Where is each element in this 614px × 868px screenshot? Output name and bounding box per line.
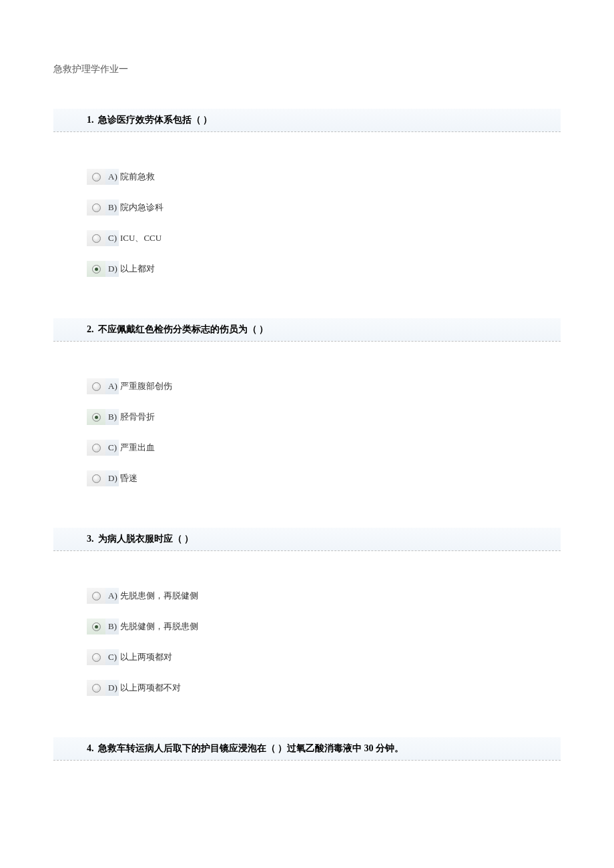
option-text: 以上两项都对 bbox=[119, 651, 172, 663]
option-row[interactable]: B)胫骨骨折 bbox=[87, 409, 561, 425]
radio-circle-icon bbox=[92, 413, 101, 422]
option-letter: B) bbox=[105, 618, 119, 634]
radio-circle-icon bbox=[92, 203, 101, 212]
radio-button[interactable] bbox=[87, 169, 105, 185]
option-row[interactable]: A)严重腹部创伤 bbox=[87, 378, 561, 394]
question-header: 2.不应佩戴红色检伤分类标志的伤员为（ ） bbox=[53, 318, 561, 342]
radio-button[interactable] bbox=[87, 588, 105, 604]
radio-button[interactable] bbox=[87, 199, 105, 215]
questions-container: 1.急诊医疗效劳体系包括（ ）A)院前急救B)院内急诊科C)ICU、CCUD)以… bbox=[53, 109, 561, 761]
radio-circle-icon bbox=[92, 382, 101, 391]
option-row[interactable]: A)院前急救 bbox=[87, 169, 561, 185]
question-block: 3.为病人脱衣服时应（ ）A)先脱患侧，再脱健侧B)先脱健侧，再脱患侧C)以上两… bbox=[53, 528, 561, 731]
option-text: 先脱患侧，再脱健侧 bbox=[119, 590, 198, 602]
option-letter: C) bbox=[105, 440, 119, 456]
radio-circle-icon bbox=[92, 592, 101, 600]
option-letter: B) bbox=[105, 409, 119, 425]
question-header: 1.急诊医疗效劳体系包括（ ） bbox=[53, 109, 561, 132]
radio-button[interactable] bbox=[87, 409, 105, 425]
option-row[interactable]: C)以上两项都对 bbox=[87, 649, 561, 665]
document-title: 急救护理学作业一 bbox=[53, 63, 561, 75]
option-text: 严重出血 bbox=[119, 442, 155, 454]
option-letter: B) bbox=[105, 199, 119, 215]
question-text: 急救车转运病人后取下的护目镜应浸泡在（ ）过氧乙酸消毒液中 30 分钟。 bbox=[98, 743, 404, 753]
question-number: 3. bbox=[87, 534, 94, 544]
option-text: 昏迷 bbox=[119, 472, 137, 484]
radio-button[interactable] bbox=[87, 378, 105, 394]
radio-button[interactable] bbox=[87, 230, 105, 246]
option-letter: D) bbox=[105, 680, 119, 696]
option-letter: A) bbox=[105, 378, 119, 394]
option-letter: C) bbox=[105, 649, 119, 665]
options-area: A)严重腹部创伤B)胫骨骨折C)严重出血D)昏迷 bbox=[53, 342, 561, 521]
option-row[interactable]: D)昏迷 bbox=[87, 470, 561, 486]
option-text: 院内急诊科 bbox=[119, 201, 164, 213]
option-row[interactable]: C)严重出血 bbox=[87, 440, 561, 456]
option-text: 以上两项都不对 bbox=[119, 682, 181, 694]
question-number: 4. bbox=[87, 743, 94, 754]
radio-button[interactable] bbox=[87, 649, 105, 665]
radio-button[interactable] bbox=[87, 261, 105, 277]
question-number: 1. bbox=[87, 115, 94, 125]
option-text: 胫骨骨折 bbox=[119, 411, 155, 423]
radio-circle-icon bbox=[92, 265, 101, 274]
option-row[interactable]: D)以上两项都不对 bbox=[87, 680, 561, 696]
options-area: A)院前急救B)院内急诊科C)ICU、CCUD)以上都对 bbox=[53, 132, 561, 312]
option-text: 严重腹部创伤 bbox=[119, 380, 172, 392]
question-header: 4.急救车转运病人后取下的护目镜应浸泡在（ ）过氧乙酸消毒液中 30 分钟。 bbox=[53, 737, 561, 761]
option-row[interactable]: B)院内急诊科 bbox=[87, 199, 561, 215]
radio-circle-icon bbox=[92, 234, 101, 243]
option-letter: C) bbox=[105, 230, 119, 246]
option-text: 先脱健侧，再脱患侧 bbox=[119, 620, 198, 632]
radio-button[interactable] bbox=[87, 618, 105, 634]
radio-circle-icon bbox=[92, 684, 101, 693]
option-letter: D) bbox=[105, 470, 119, 486]
question-number: 2. bbox=[87, 324, 94, 335]
option-letter: A) bbox=[105, 588, 119, 604]
radio-circle-icon bbox=[92, 474, 101, 483]
question-text: 急诊医疗效劳体系包括（ ） bbox=[98, 115, 213, 125]
radio-circle-icon bbox=[92, 653, 101, 662]
radio-button[interactable] bbox=[87, 680, 105, 696]
option-letter: A) bbox=[105, 169, 119, 185]
question-block: 1.急诊医疗效劳体系包括（ ）A)院前急救B)院内急诊科C)ICU、CCUD)以… bbox=[53, 109, 561, 312]
options-area: A)先脱患侧，再脱健侧B)先脱健侧，再脱患侧C)以上两项都对D)以上两项都不对 bbox=[53, 551, 561, 731]
option-row[interactable]: B)先脱健侧，再脱患侧 bbox=[87, 618, 561, 634]
radio-circle-icon bbox=[92, 173, 101, 181]
question-block: 2.不应佩戴红色检伤分类标志的伤员为（ ）A)严重腹部创伤B)胫骨骨折C)严重出… bbox=[53, 318, 561, 521]
radio-circle-icon bbox=[92, 444, 101, 452]
radio-button[interactable] bbox=[87, 440, 105, 456]
option-text: ICU、CCU bbox=[119, 232, 162, 244]
question-text: 不应佩戴红色检伤分类标志的伤员为（ ） bbox=[98, 324, 269, 334]
option-row[interactable]: A)先脱患侧，再脱健侧 bbox=[87, 588, 561, 604]
option-row[interactable]: C)ICU、CCU bbox=[87, 230, 561, 246]
radio-dot-icon bbox=[95, 625, 98, 628]
option-text: 院前急救 bbox=[119, 171, 155, 183]
radio-circle-icon bbox=[92, 622, 101, 631]
option-letter: D) bbox=[105, 261, 119, 277]
question-block: 4.急救车转运病人后取下的护目镜应浸泡在（ ）过氧乙酸消毒液中 30 分钟。 bbox=[53, 737, 561, 761]
option-row[interactable]: D)以上都对 bbox=[87, 261, 561, 277]
option-text: 以上都对 bbox=[119, 263, 155, 275]
question-header: 3.为病人脱衣服时应（ ） bbox=[53, 528, 561, 551]
radio-dot-icon bbox=[95, 268, 98, 271]
question-text: 为病人脱衣服时应（ ） bbox=[98, 534, 194, 544]
radio-dot-icon bbox=[95, 416, 98, 419]
radio-button[interactable] bbox=[87, 470, 105, 486]
